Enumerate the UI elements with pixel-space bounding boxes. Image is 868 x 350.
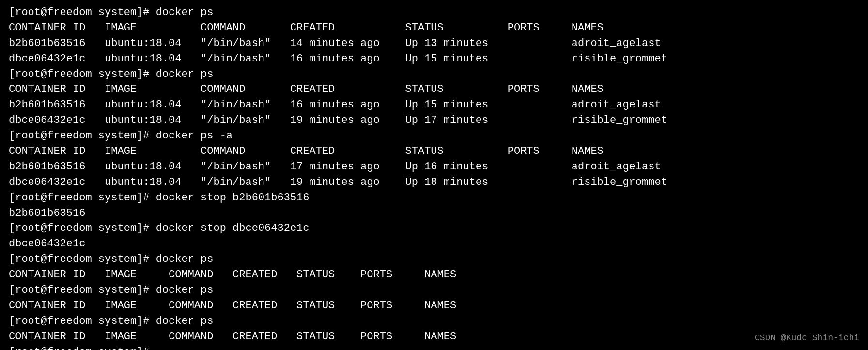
terminal-line-11: dbce06432e1c ubuntu:18.04 "/bin/bash" 19…: [9, 175, 859, 190]
terminal-line-20: [root@freedom system]# docker ps: [9, 314, 859, 329]
terminal-line-15: dbce06432e1c: [9, 236, 859, 252]
terminal-line-0: [root@freedom system]# docker ps: [9, 5, 859, 20]
terminal-line-6: b2b601b63516 ubuntu:18.04 "/bin/bash" 16…: [9, 97, 859, 113]
terminal-line-3: dbce06432e1c ubuntu:18.04 "/bin/bash" 16…: [9, 51, 859, 67]
terminal-line-7: dbce06432e1c ubuntu:18.04 "/bin/bash" 19…: [9, 113, 859, 128]
terminal-line-12: [root@freedom system]# docker stop b2b60…: [9, 190, 859, 206]
terminal-line-9: CONTAINER ID IMAGE COMMAND CREATED STATU…: [9, 144, 859, 159]
terminal-line-13: b2b601b63516: [9, 206, 859, 221]
terminal-line-10: b2b601b63516 ubuntu:18.04 "/bin/bash" 17…: [9, 159, 859, 175]
terminal-line-1: CONTAINER ID IMAGE COMMAND CREATED STATU…: [9, 20, 859, 36]
terminal-line-2: b2b601b63516 ubuntu:18.04 "/bin/bash" 14…: [9, 36, 859, 51]
terminal-line-19: CONTAINER ID IMAGE COMMAND CREATED STATU…: [9, 298, 859, 314]
terminal-line-21: CONTAINER ID IMAGE COMMAND CREATED STATU…: [9, 329, 859, 345]
terminal-window: [root@freedom system]# docker psCONTAINE…: [0, 0, 868, 350]
watermark: CSDN @Kudō Shin-ichi: [755, 332, 859, 344]
terminal-output: [root@freedom system]# docker psCONTAINE…: [9, 5, 859, 350]
terminal-line-4: [root@freedom system]# docker ps: [9, 67, 859, 82]
terminal-line-5: CONTAINER ID IMAGE COMMAND CREATED STATU…: [9, 82, 859, 97]
terminal-line-17: CONTAINER ID IMAGE COMMAND CREATED STATU…: [9, 267, 859, 283]
terminal-line-8: [root@freedom system]# docker ps -a: [9, 128, 859, 144]
terminal-line-16: [root@freedom system]# docker ps: [9, 252, 859, 267]
terminal-line-18: [root@freedom system]# docker ps: [9, 283, 859, 298]
terminal-line-14: [root@freedom system]# docker stop dbce0…: [9, 221, 859, 236]
terminal-line-22: [root@freedom system]#: [9, 345, 859, 350]
